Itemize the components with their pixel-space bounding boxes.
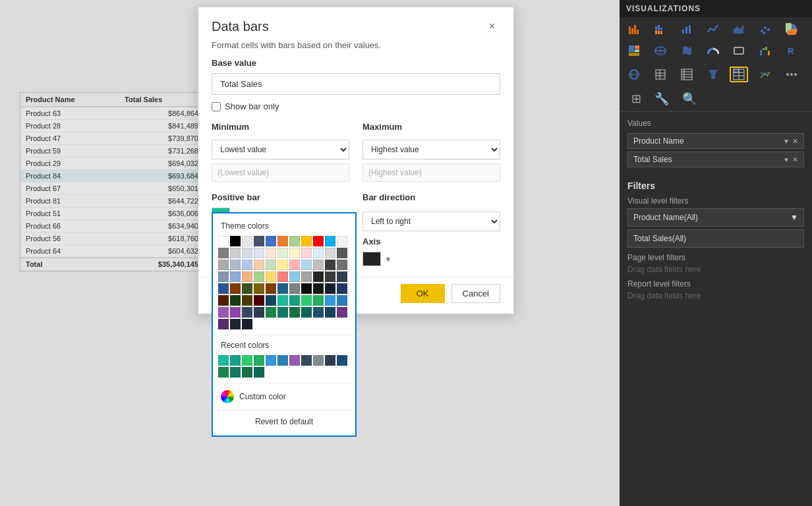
recent-color-cell[interactable] — [337, 355, 347, 366]
viz-icon-more[interactable] — [782, 67, 801, 82]
viz-icon-r[interactable]: R — [782, 43, 801, 59]
close-button[interactable]: × — [484, 18, 500, 35]
recent-color-cell[interactable] — [230, 367, 241, 378]
bar-direction-select[interactable]: Left to right — [362, 211, 500, 231]
theme-color-cell[interactable] — [325, 248, 335, 258]
ok-button[interactable]: OK — [401, 284, 445, 303]
theme-color-cell[interactable] — [277, 271, 288, 282]
theme-color-cell[interactable] — [242, 283, 252, 294]
recent-color-cell[interactable] — [218, 355, 229, 366]
tab-format[interactable]: 🔧 — [648, 86, 676, 111]
viz-icon-area[interactable] — [730, 21, 748, 37]
viz-icon-globe[interactable] — [625, 67, 643, 82]
revert-to-default-button[interactable]: Revert to default — [213, 413, 355, 430]
viz-icon-table[interactable] — [651, 67, 670, 82]
recent-color-cell[interactable] — [218, 367, 229, 378]
theme-color-cell[interactable] — [266, 271, 276, 282]
theme-color-cell[interactable] — [289, 248, 300, 258]
theme-color-cell[interactable] — [337, 271, 347, 282]
theme-color-cell[interactable] — [266, 236, 276, 246]
field-chip-product-name[interactable]: Product Name ▼ ✕ — [627, 133, 804, 149]
viz-icon-stacked-bar[interactable] — [651, 21, 670, 37]
theme-color-cell[interactable] — [242, 248, 252, 258]
base-value-input[interactable] — [212, 73, 500, 95]
custom-color-button[interactable]: Custom color — [213, 386, 355, 407]
viz-icon-treemap[interactable] — [625, 43, 643, 59]
cancel-button[interactable]: Cancel — [451, 284, 500, 303]
theme-color-cell[interactable] — [337, 295, 347, 306]
theme-color-cell[interactable] — [301, 260, 312, 270]
theme-color-cell[interactable] — [325, 307, 335, 318]
theme-color-cell[interactable] — [266, 283, 276, 294]
theme-color-cell[interactable] — [289, 307, 300, 318]
theme-color-cell[interactable] — [230, 283, 241, 294]
theme-color-cell[interactable] — [254, 283, 264, 294]
field-remove-product[interactable]: ✕ — [792, 137, 798, 146]
theme-color-cell[interactable] — [218, 271, 229, 282]
recent-color-cell[interactable] — [301, 355, 312, 366]
recent-color-cell[interactable] — [254, 367, 264, 378]
filter-total-sales[interactable]: Total Sales(All) — [627, 229, 804, 248]
viz-icon-waterfall[interactable] — [756, 43, 774, 59]
theme-color-cell[interactable] — [325, 260, 335, 270]
theme-color-cell[interactable] — [277, 283, 288, 294]
viz-icon-matrix[interactable] — [678, 67, 696, 82]
recent-color-cell[interactable] — [289, 355, 300, 366]
recent-color-cell[interactable] — [325, 355, 335, 366]
theme-color-cell[interactable] — [266, 295, 276, 306]
theme-color-cell[interactable] — [277, 260, 288, 270]
filter-product-name[interactable]: Product Name(All) ▼ — [627, 208, 804, 227]
theme-color-cell[interactable] — [325, 271, 335, 282]
theme-color-cell[interactable] — [230, 295, 241, 306]
theme-color-cell[interactable] — [325, 295, 335, 306]
theme-color-cell[interactable] — [218, 295, 229, 306]
theme-color-cell[interactable] — [301, 295, 312, 306]
theme-color-cell[interactable] — [301, 248, 312, 258]
theme-color-cell[interactable] — [313, 271, 324, 282]
viz-icon-bar[interactable] — [625, 21, 643, 37]
theme-color-cell[interactable] — [337, 236, 347, 246]
theme-color-cell[interactable] — [325, 236, 335, 246]
tab-fields[interactable]: ⊞ — [625, 86, 648, 111]
theme-color-cell[interactable] — [218, 236, 229, 246]
theme-color-cell[interactable] — [254, 307, 264, 318]
theme-color-cell[interactable] — [254, 295, 264, 306]
theme-color-cell[interactable] — [313, 283, 324, 294]
recent-color-cell[interactable] — [242, 367, 252, 378]
theme-color-cell[interactable] — [337, 283, 347, 294]
theme-color-cell[interactable] — [289, 271, 300, 282]
theme-color-cell[interactable] — [289, 260, 300, 270]
theme-color-cell[interactable] — [325, 283, 335, 294]
theme-color-cell[interactable] — [313, 295, 324, 306]
show-bar-only-checkbox[interactable] — [212, 102, 221, 111]
theme-color-cell[interactable] — [230, 260, 241, 270]
theme-color-cell[interactable] — [242, 236, 252, 246]
theme-color-cell[interactable] — [277, 248, 288, 258]
viz-icon-scatter[interactable] — [756, 21, 774, 37]
theme-color-cell[interactable] — [277, 307, 288, 318]
axis-color-swatch[interactable] — [362, 252, 381, 266]
theme-color-cell[interactable] — [242, 271, 252, 282]
theme-color-cell[interactable] — [218, 319, 229, 329]
theme-color-cell[interactable] — [277, 236, 288, 246]
theme-color-cell[interactable] — [254, 271, 264, 282]
recent-color-cell[interactable] — [313, 355, 324, 366]
recent-color-cell[interactable] — [254, 355, 264, 366]
viz-icon-card[interactable]: 123 — [730, 43, 748, 59]
theme-color-cell[interactable] — [301, 307, 312, 318]
theme-color-cell[interactable] — [313, 307, 324, 318]
theme-color-cell[interactable] — [230, 236, 241, 246]
theme-color-cell[interactable] — [313, 260, 324, 270]
theme-color-cell[interactable] — [242, 307, 252, 318]
field-chip-total-sales[interactable]: Total Sales ▼ ✕ — [627, 152, 804, 167]
tab-analytics[interactable]: 🔍 — [676, 86, 703, 111]
theme-color-cell[interactable] — [266, 260, 276, 270]
theme-color-cell[interactable] — [254, 248, 264, 258]
theme-color-cell[interactable] — [313, 236, 324, 246]
viz-icon-gauge[interactable] — [704, 43, 722, 59]
recent-color-cell[interactable] — [266, 355, 276, 366]
theme-color-cell[interactable] — [337, 248, 347, 258]
theme-color-cell[interactable] — [277, 295, 288, 306]
recent-color-cell[interactable] — [242, 355, 252, 366]
theme-color-cell[interactable] — [301, 271, 312, 282]
